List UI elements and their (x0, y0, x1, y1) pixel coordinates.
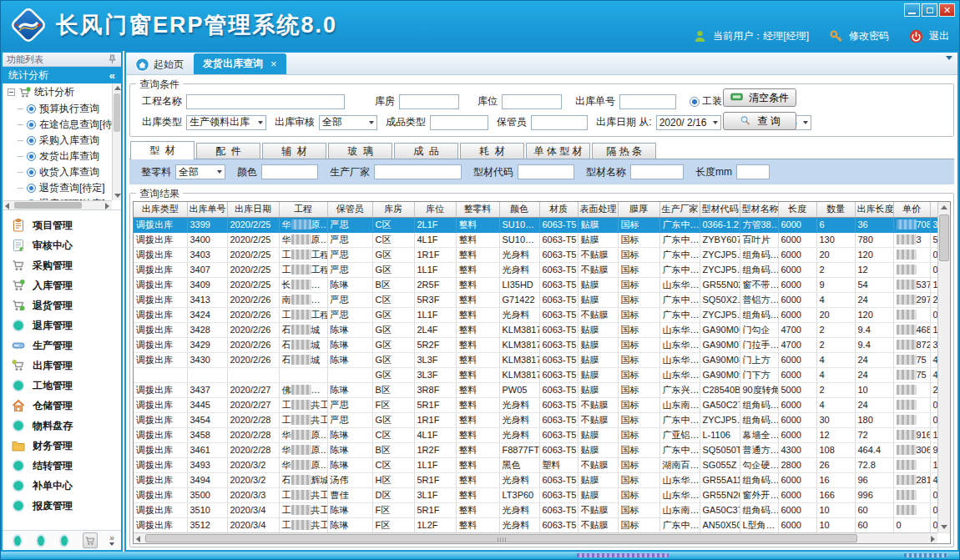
sidebar-menu-item[interactable]: 项目管理 (3, 215, 121, 235)
minimize-button[interactable] (904, 3, 920, 17)
scroll-thumb[interactable] (939, 214, 949, 261)
table-row[interactable]: 调拨出库34542020/2/28工共工程严思G区1R1F整料光身料6063-T… (134, 412, 951, 427)
table-row[interactable]: 调拨出库34292020/2/26石城陈琳G区5R2F整料KLM38176063… (134, 337, 951, 352)
table-row[interactable]: 调拨出库34132020/2/26南…严思C区5R3F整料G714226063-… (134, 292, 951, 307)
column-header[interactable]: 生产厂家 (659, 202, 700, 217)
material-tab[interactable]: 型 材 (130, 141, 195, 159)
scroll-right-icon[interactable] (105, 203, 109, 209)
scroll-down-icon[interactable] (114, 194, 121, 198)
column-header[interactable]: 型材名称 (740, 202, 778, 217)
keeper-input[interactable] (531, 115, 588, 130)
table-row[interactable]: 调拨出库34072020/2/25工工程严思G区1L1F整料光身料6063-T5… (134, 262, 951, 277)
tree-item[interactable]: 发货出库查询 (3, 149, 121, 164)
tree-vertical-scrollbar[interactable] (112, 83, 121, 200)
tree-item[interactable]: 预算执行查询 (3, 101, 121, 117)
close-button[interactable]: ✕ (939, 3, 955, 17)
tree-root-node[interactable]: 统计分析 (3, 83, 121, 101)
table-row[interactable]: 调拨出库34002020/2/25华原…严思C区4L1F整料SU10…6063-… (134, 232, 951, 247)
material-tab[interactable]: 配 件 (196, 143, 260, 159)
table-row[interactable]: 调拨出库34582020/2/28华原…陈琳C区4L1F整料光身料6063-T5… (134, 427, 951, 442)
column-header[interactable]: 出库长度 (855, 202, 893, 217)
out-type-select[interactable]: 生产领料出库 (186, 115, 266, 130)
order-no-input[interactable] (619, 94, 676, 109)
scroll-right-icon[interactable] (931, 536, 935, 542)
sidebar-menu-item[interactable]: 物料盘存 (3, 416, 121, 436)
scroll-thumb[interactable] (145, 534, 857, 542)
sidebar-menu-item[interactable]: 出库管理 (3, 356, 121, 376)
table-row[interactable]: 调拨出库35002020/3/3工共工程曹佳D区3L1F整料LT3P606063… (134, 487, 951, 502)
sidebar-menu-item[interactable]: 财务管理 (3, 436, 121, 456)
material-tab[interactable]: 辅 材 (262, 143, 326, 159)
material-tab[interactable]: 玻 璃 (328, 143, 392, 159)
length-input[interactable] (736, 164, 770, 179)
tab-shipping-outbound-query[interactable]: 发货出库查询 × (194, 53, 286, 74)
cart-button[interactable] (83, 532, 98, 548)
sidebar-menu-item[interactable]: 退货管理 (3, 295, 121, 315)
tree-item[interactable]: 退货查询[待定] (3, 180, 121, 196)
sidebar-menu-item[interactable]: 结转管理 (3, 456, 121, 476)
column-header[interactable]: 出库类型 (134, 202, 187, 217)
column-header[interactable]: 颜色 (499, 202, 539, 217)
tree-item[interactable]: 采购入库查询 (3, 133, 121, 149)
column-header[interactable]: 单价 (893, 202, 930, 217)
audit-select[interactable]: 全部 (319, 115, 377, 130)
column-header[interactable]: 库房 (372, 202, 414, 217)
table-row[interactable]: 调拨出库34612020/2/28华原…陈琳B区1R2F整料F8877FT606… (134, 442, 951, 457)
clear-conditions-button[interactable]: 清空条件 (723, 88, 796, 107)
table-vertical-scrollbar[interactable] (937, 202, 950, 532)
close-tab-icon[interactable]: × (270, 58, 277, 70)
sidebar-menu-item[interactable]: 入库管理 (3, 275, 121, 295)
sidebar-menu-item[interactable]: 采购管理 (3, 255, 121, 275)
date-from-select[interactable]: 2020/ 2/16 (656, 115, 721, 130)
change-password-link[interactable]: 修改密码 (849, 29, 889, 43)
sidebar-menu-item[interactable]: 补单中心 (3, 476, 121, 496)
color-input[interactable] (261, 164, 318, 179)
column-header[interactable]: 出库日期 (227, 202, 279, 217)
circle-icon[interactable] (38, 536, 44, 546)
tab-list-dropdown[interactable] (946, 60, 952, 72)
profile-name-input[interactable] (630, 164, 684, 179)
table-row[interactable]: 调拨出库35102020/3/4工共工程陈琳F区5R1F整料光身料6063-T5… (134, 502, 951, 517)
location-input[interactable] (502, 94, 562, 109)
logout-link[interactable]: 退出 (929, 29, 949, 43)
column-header[interactable]: 材质 (539, 202, 578, 217)
scroll-thumb[interactable] (114, 93, 120, 132)
table-row[interactable]: 调拨出库34242020/2/26工工程严思G区1L1F整料光身料6063-T5… (134, 307, 951, 322)
maker-input[interactable] (374, 164, 462, 179)
circle-icon[interactable] (14, 536, 21, 546)
circle-icon[interactable] (61, 536, 68, 546)
table-row[interactable]: 调拨出库34092020/2/25长…陈琳B区2R5F整料LI35HD6063-… (134, 277, 951, 292)
stats-section-bar[interactable]: 统计分析 « (3, 67, 121, 83)
sidebar-menu-item[interactable]: 仓储管理 (3, 396, 121, 416)
table-row[interactable]: 调拨出库34282020/2/26石城陈琳G区2L4F整料KLM38176063… (134, 322, 951, 337)
material-tab[interactable]: 成 品 (394, 143, 458, 159)
tree-horizontal-scrollbar[interactable] (3, 200, 112, 209)
scroll-up-icon[interactable] (114, 86, 121, 90)
collapse-icon[interactable]: « (109, 69, 115, 82)
material-tab[interactable]: 单 体 型 材 (526, 143, 590, 159)
scroll-left-icon[interactable] (136, 536, 140, 542)
warehouse-input[interactable] (399, 94, 459, 109)
table-row[interactable]: 调拨出库34932020/3/2华原…陈琳C区1L1F整料黑色塑料不贴膜国标湖南… (134, 457, 951, 472)
tab-home[interactable]: 起始页 (129, 55, 194, 74)
column-header[interactable]: 型材代码 (700, 202, 740, 217)
search-button[interactable]: 查 询 (723, 112, 796, 130)
profile-code-input[interactable] (518, 164, 574, 179)
column-header[interactable]: 出库单号 (187, 202, 227, 217)
tree-item[interactable]: 在途信息查询[待 (3, 117, 121, 133)
column-header[interactable]: 整零料 (456, 202, 499, 217)
whole-part-select[interactable]: 全部 (175, 164, 225, 179)
sidebar-menu-item[interactable]: 工地管理 (3, 376, 121, 396)
table-row[interactable]: 调拨出库34032020/2/25工工程严思G区1R1F整料光身料6063-T5… (134, 247, 951, 262)
table-row[interactable]: 调拨出库35122020/3/4工共工程陈琳F区1L2F整料光身料6063-T5… (134, 517, 951, 532)
table-row[interactable]: 调拨出库33992020/2/25华原…严思C区2L1F整料SU10…6063-… (134, 217, 951, 232)
sidebar-menu-item[interactable]: 报废管理 (3, 496, 121, 516)
sidebar-menu-item[interactable]: 审核中心 (3, 235, 121, 255)
work-decor-radio[interactable] (690, 97, 700, 107)
column-header[interactable]: 长度 (778, 202, 816, 217)
column-header[interactable]: 库位 (414, 202, 456, 217)
table-row[interactable]: 调拨出库34302020/2/26石城陈琳G区3L3F整料KLM38176063… (134, 352, 951, 367)
material-tab[interactable]: 耗 材 (460, 143, 524, 159)
more-options-button[interactable]: » (109, 535, 114, 546)
column-header[interactable]: 膜厚 (618, 202, 659, 217)
